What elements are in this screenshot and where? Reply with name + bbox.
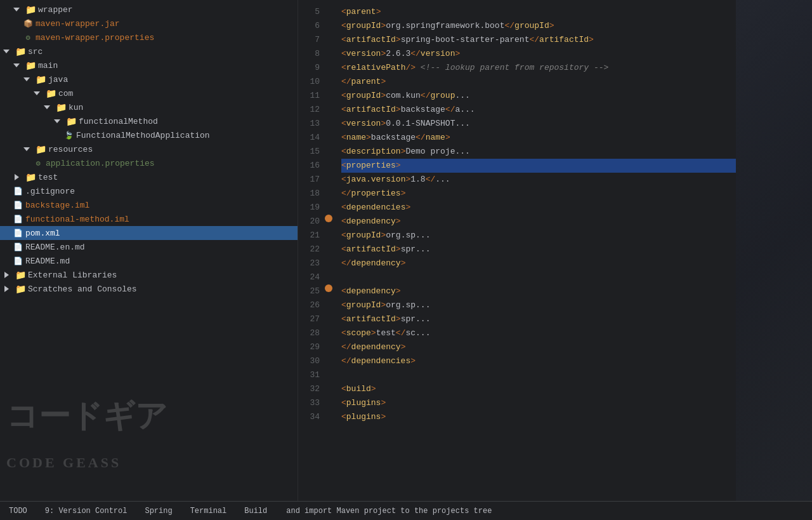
status-bar-version-control[interactable]: 9: Version Control: [41, 505, 131, 517]
sidebar-item-label: FunctionalMethodApplication: [76, 131, 210, 140]
status-bar: TODO 9: Version Control Spring Terminal …: [0, 501, 812, 520]
sidebar-item-maven-jar[interactable]: 📦 maven-wrapper.jar: [0, 17, 298, 30]
props-icon: ⚙: [23, 32, 33, 43]
folder-icon: 📁: [15, 270, 25, 280]
sidebar-item-java[interactable]: 📁 java: [0, 72, 298, 86]
sidebar-item-label: maven-wrapper.properties: [36, 33, 154, 43]
sidebar-item-functional-iml[interactable]: 📄 functional-method.iml: [0, 212, 298, 226]
code-editor[interactable]: <parent> <groupId>org.springframework.bo…: [336, 0, 736, 501]
spring-icon: 🍃: [63, 130, 74, 140]
sidebar-item-label: pom.xml: [25, 229, 60, 238]
sidebar: 📁 wrapper 📦 maven-wrapper.jar ⚙ maven-wr…: [0, 0, 298, 501]
gutter: [324, 0, 336, 501]
sidebar-item-functional-app[interactable]: 🍃 FunctionalMethodApplication: [0, 128, 298, 142]
status-bar-spring[interactable]: Spring: [141, 505, 176, 517]
status-message-text: and import Maven project to the projects…: [286, 507, 492, 516]
triangle-down-icon: [43, 102, 53, 112]
sidebar-item-test[interactable]: 📁 test: [0, 170, 298, 184]
cg-english: CODE GEASS: [6, 455, 121, 470]
code-line-17: <java.version>1.8</...: [341, 173, 736, 187]
sidebar-item-readme[interactable]: 📄 README.md: [0, 254, 298, 268]
code-line-22: <artifactId>spr...: [341, 243, 736, 257]
sidebar-item-label: functional-method.iml: [25, 215, 129, 224]
folder-icon: 📁: [15, 46, 25, 57]
code-line-7: <artifactId>spring-boot-starter-parent</…: [341, 33, 736, 47]
sidebar-item-wrapper[interactable]: 📁 wrapper: [0, 3, 298, 17]
build-label: Build: [244, 507, 267, 516]
status-bar-todo[interactable]: TODO: [5, 505, 31, 517]
folder-icon: 📁: [25, 60, 36, 70]
xml-icon: 📄: [13, 228, 23, 238]
sidebar-item-label: .gitignore: [25, 187, 75, 196]
sidebar-item-label: kun: [69, 103, 83, 112]
code-line-15: <description>Demo proje...: [341, 145, 736, 159]
sidebar-item-label: java: [48, 75, 68, 84]
folder-icon: 📁: [15, 284, 25, 294]
props-file-icon: ⚙: [33, 158, 43, 168]
sidebar-item-kun[interactable]: 📁 kun: [0, 100, 298, 114]
code-line-29: </dependency>: [341, 340, 736, 354]
sidebar-item-resources[interactable]: 📁 resources: [0, 142, 298, 156]
code-line-16: <properties>: [341, 159, 736, 173]
code-line-30: </dependencies>: [341, 354, 736, 368]
sidebar-item-label: maven-wrapper.jar: [36, 19, 120, 29]
sidebar-item-app-props[interactable]: ⚙ application.properties: [0, 156, 298, 170]
sidebar-item-maven-props[interactable]: ⚙ maven-wrapper.properties: [0, 30, 298, 44]
sidebar-item-com[interactable]: 📁 com: [0, 86, 298, 100]
sidebar-item-label: com: [58, 89, 73, 98]
breakpoint-icon: [325, 215, 332, 222]
todo-label: TODO: [9, 507, 27, 516]
sidebar-item-ext-libs[interactable]: 📁 External Libraries: [0, 268, 298, 282]
editor-content: 56789 1011121314 1516171819 2021222324 2…: [298, 0, 736, 501]
md-icon: 📄: [13, 242, 23, 252]
sidebar-item-readme-en[interactable]: 📄 README.en.md: [0, 240, 298, 254]
sidebar-item-scratches[interactable]: 📁 Scratches and Consoles: [0, 282, 298, 296]
version-control-label: 9: Version Control: [45, 507, 128, 516]
sidebar-item-label: application.properties: [46, 159, 155, 168]
code-line-20: <dependency>: [341, 215, 736, 229]
sidebar-item-label: External Libraries: [28, 270, 117, 280]
sidebar-item-gitignore[interactable]: 📄 .gitignore: [0, 184, 298, 198]
folder-icon: 📁: [46, 88, 56, 98]
folder-icon: 📁: [66, 116, 76, 126]
sidebar-item-pom-xml[interactable]: 📄 pom.xml: [0, 226, 298, 240]
sidebar-item-label: functionalMethod: [79, 117, 158, 126]
breakpoint-icon: [325, 284, 332, 292]
status-bar-terminal[interactable]: Terminal: [187, 505, 231, 517]
triangle-down-icon: [53, 116, 63, 126]
sidebar-item-label: Scratches and Consoles: [28, 284, 137, 294]
editor-area: 56789 1011121314 1516171819 2021222324 2…: [298, 0, 736, 501]
sidebar-item-backstage-iml[interactable]: 📄 backstage.iml: [0, 198, 298, 212]
iml-icon: 📄: [13, 214, 23, 224]
folder-icon: 📁: [25, 172, 36, 182]
main-area: 📁 wrapper 📦 maven-wrapper.jar ⚙ maven-wr…: [0, 0, 812, 501]
triangle-right-icon: [3, 284, 13, 294]
triangle-down-icon: [33, 88, 43, 98]
triangle-down-icon: [3, 46, 13, 57]
code-line-33: <plugins>: [341, 396, 736, 410]
code-line-8: <version>2.6.3</version>: [341, 47, 736, 61]
right-panel-overlay: [736, 0, 812, 501]
sidebar-item-label: resources: [48, 145, 93, 154]
code-line-21: <groupId>org.sp...: [341, 229, 736, 243]
code-line-34: <plugins>: [341, 410, 736, 424]
code-line-9: <relativePath/> <!-- lookup parent from …: [341, 61, 736, 75]
triangle-down-icon: [13, 60, 23, 70]
terminal-status-label: Terminal: [190, 507, 227, 516]
triangle-down-icon: [23, 144, 33, 154]
triangle-down-icon: [13, 4, 23, 15]
code-line-31: [341, 368, 736, 382]
sidebar-item-src[interactable]: 📁 src: [0, 44, 298, 58]
status-bar-build[interactable]: Build: [240, 505, 271, 517]
sidebar-item-main[interactable]: 📁 main: [0, 58, 298, 72]
code-line-6: <groupId>org.springframework.boot</group…: [341, 19, 736, 33]
code-line-27: <artifactId>spr...: [341, 312, 736, 326]
sidebar-item-functional-method[interactable]: 📁 functionalMethod: [0, 114, 298, 128]
sidebar-item-label: README.en.md: [25, 243, 85, 252]
code-line-23: </dependency>: [341, 257, 736, 270]
line-numbers: 56789 1011121314 1516171819 2021222324 2…: [298, 0, 324, 501]
triangle-right-icon: [3, 270, 13, 280]
bg-text: コードギア CODE GEASS: [6, 399, 167, 476]
md-icon: 📄: [13, 256, 23, 266]
ide-container: 📁 wrapper 📦 maven-wrapper.jar ⚙ maven-wr…: [0, 0, 812, 520]
